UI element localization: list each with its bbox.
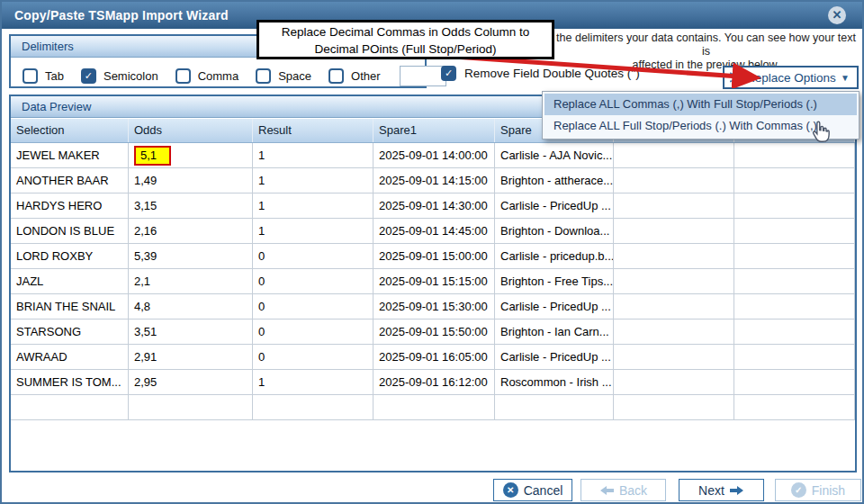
delimiter-option-tab[interactable]: Tab [22, 68, 64, 84]
table-cell: Carlisle - PricedUp ... [495, 194, 614, 218]
table-row[interactable]: BRIAN THE SNAIL4,802025-09-01 15:30:00Ca… [11, 294, 855, 320]
table-cell [614, 269, 734, 293]
delimiter-label: Space [278, 69, 311, 83]
table-cell: 0 [253, 345, 374, 369]
table-cell: 2025-09-01 15:30:00 [374, 294, 495, 319]
table-cell [734, 269, 855, 293]
table-cell: 0 [253, 294, 374, 319]
back-button[interactable]: Back [580, 479, 666, 501]
delimiter-option-semicolon[interactable]: ✓Semicolon [81, 68, 158, 84]
table-cell: 2025-09-01 15:50:00 [374, 320, 495, 344]
table-cell: 0 [253, 320, 374, 344]
table-cell: Carlisle - AJA Novic... [495, 143, 614, 167]
cancel-button[interactable]: ✕ Cancel [493, 479, 572, 501]
table-cell: 2,91 [129, 345, 253, 369]
menu-item-periods-to-commas[interactable]: Replace ALL Full Stop/Periods (.) With C… [544, 115, 857, 137]
delimiter-option-other[interactable]: Other [328, 68, 381, 84]
table-row[interactable]: LORD ROXBY5,3902025-09-01 15:00:00Carlis… [11, 244, 855, 269]
column-header-odds: Odds [129, 119, 253, 142]
table-cell: 1 [253, 370, 374, 394]
table-cell [614, 370, 734, 394]
table-cell: BRIAN THE SNAIL [11, 294, 129, 319]
table-cell [614, 294, 734, 319]
table-cell: Brighton - Free Tips... [495, 269, 614, 293]
table-cell: STARSONG [11, 320, 129, 344]
delimiter-label: Semicolon [104, 69, 158, 83]
menu-item-commas-to-periods[interactable]: Replace ALL Commas (,) With Full Stop/Pe… [544, 94, 857, 115]
table-cell [129, 395, 253, 419]
column-header-spare1: Spare1 [374, 119, 495, 142]
table-row[interactable]: AWRAAD2,9102025-09-01 16:05:00Carlisle -… [11, 345, 855, 370]
table-cell [734, 395, 855, 419]
table-cell [614, 244, 734, 268]
checkbox[interactable] [22, 68, 38, 84]
table-cell: Carlisle - pricedup.b... [495, 244, 614, 268]
annotation-callout: Replace Decimal Commas in Odds Column to… [256, 20, 554, 59]
remove-quotes-option[interactable]: ✓ Remove Field Double Quotes (") [441, 66, 640, 81]
checkbox[interactable] [176, 68, 191, 84]
table-cell [734, 320, 855, 344]
column-header-result: Result [253, 119, 374, 142]
table-cell: 2025-09-01 14:15:00 [374, 168, 495, 193]
table-cell: 2025-09-01 16:05:00 [374, 345, 495, 369]
table-cell: 1 [253, 143, 374, 167]
table-row[interactable] [11, 395, 855, 420]
other-delimiter-input[interactable] [400, 66, 446, 86]
table-cell [614, 143, 734, 167]
back-arrow-icon [599, 485, 614, 496]
table-cell [734, 194, 855, 218]
table-cell: LORD ROXBY [11, 244, 129, 268]
checkbox[interactable]: ✓ [81, 68, 96, 84]
table-row[interactable]: ANOTHER BAAR1,4912025-09-01 14:15:00Brig… [11, 168, 855, 194]
data-preview-group: Data Preview SelectionOddsResultSpare1Sp… [9, 94, 857, 472]
checkbox[interactable] [328, 68, 344, 84]
table-row[interactable]: JEWEL MAKER5,112025-09-01 14:00:00Carlis… [11, 143, 855, 168]
table-cell: JAZL [11, 269, 129, 293]
table-cell: 1 [253, 219, 374, 243]
table-cell [374, 395, 495, 419]
table-cell: 2025-09-01 15:15:00 [374, 269, 495, 293]
table-row[interactable]: JAZL2,102025-09-01 15:15:00Brighton - Fr… [11, 269, 855, 294]
delimiter-options: Tab✓SemicolonCommaSpaceOther [11, 58, 425, 86]
table-cell [614, 194, 734, 218]
table-cell: 2,95 [129, 370, 253, 394]
window-title: Copy/Paste TSMapp Import Wizard [2, 8, 229, 22]
table-cell: 1 [253, 168, 374, 193]
table-row[interactable]: HARDYS HERO3,1512025-09-01 14:30:00Carli… [11, 194, 855, 219]
delimiter-option-comma[interactable]: Comma [176, 68, 239, 84]
finish-button[interactable]: ✓ Finish [775, 479, 861, 501]
table-cell [614, 168, 734, 193]
delimiter-option-space[interactable]: Space [256, 68, 311, 84]
remove-quotes-checkbox[interactable]: ✓ [441, 66, 456, 81]
replace-options-button[interactable]: Replace Options ▼ [723, 66, 859, 89]
table-cell [734, 143, 855, 167]
table-cell: 2025-09-01 14:30:00 [374, 194, 495, 218]
next-arrow-icon [730, 485, 744, 496]
next-button[interactable]: Next [679, 479, 764, 501]
highlighted-odds-cell: 5,1 [134, 146, 171, 166]
table-cell: 0 [253, 244, 374, 268]
table-row[interactable]: SUMMER IS TOM...2,9512025-09-01 16:12:00… [11, 370, 855, 395]
preview-table: SelectionOddsResultSpare1Spare JEWEL MAK… [11, 119, 855, 420]
table-row[interactable]: STARSONG3,5102025-09-01 15:50:00Brighton… [11, 320, 855, 345]
delimiter-label: Other [351, 69, 381, 83]
table-cell: 1 [253, 194, 374, 218]
close-icon[interactable]: ✕ [828, 6, 846, 24]
table-cell: 2025-09-01 16:12:00 [374, 370, 495, 394]
table-row[interactable]: LONDON IS BLUE2,1612025-09-01 14:45:00Br… [11, 219, 855, 244]
shuffle-icon [729, 69, 746, 86]
replace-options-menu: Replace ALL Commas (,) With Full Stop/Pe… [542, 91, 860, 140]
column-header-selection: Selection [11, 119, 129, 142]
table-cell: ANOTHER BAAR [11, 168, 129, 193]
table-cell: 0 [253, 269, 374, 293]
table-cell [734, 294, 855, 319]
table-cell [734, 244, 855, 268]
table-cell: SUMMER IS TOM... [11, 370, 129, 394]
cancel-x-icon: ✕ [503, 482, 518, 498]
checkbox[interactable] [256, 68, 271, 84]
table-cell: Roscommon - Irish ... [495, 370, 614, 394]
table-cell: Brighton - attherace... [495, 168, 614, 193]
import-wizard-dialog: Copy/Paste TSMapp Import Wizard ✕ Delimi… [0, 0, 864, 504]
table-cell: 4,8 [129, 294, 253, 319]
table-cell [734, 345, 855, 369]
